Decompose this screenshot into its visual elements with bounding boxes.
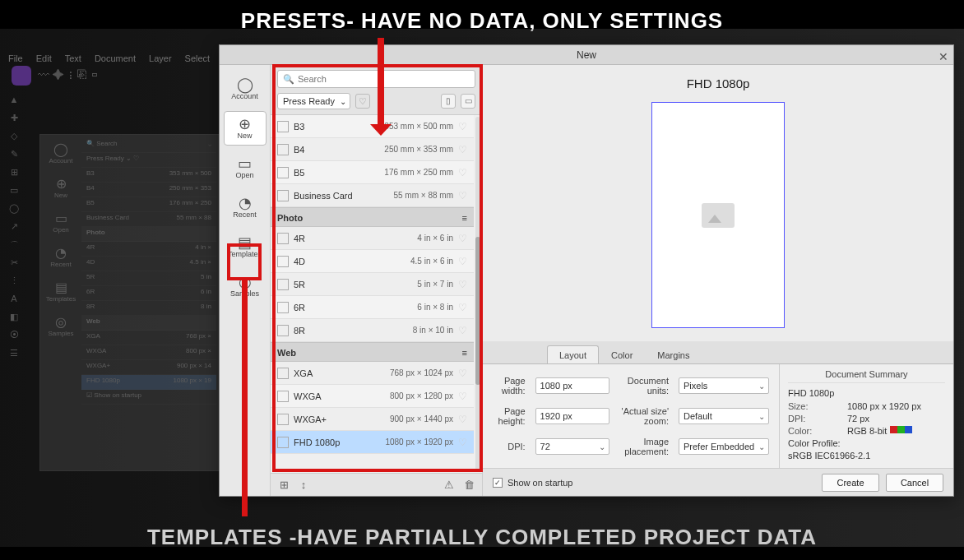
preset-row[interactable]: Business Card55 mm × 88 mm♡ (271, 184, 474, 207)
sort-preset-icon[interactable]: ↕ (297, 479, 310, 492)
menu-edit[interactable]: Edit (36, 53, 52, 68)
bg-sidenav-recent: ◔Recent (44, 242, 78, 276)
tool-icon[interactable]: ⊞ (8, 167, 20, 178)
menu-icon[interactable]: ≡ (462, 208, 467, 226)
page-width-label: Page width: (493, 376, 526, 396)
create-button[interactable]: Create (822, 474, 879, 492)
page-icon (277, 256, 289, 267)
zoom-select[interactable]: Default (679, 408, 769, 424)
page-icon (277, 167, 289, 178)
tool-icon[interactable]: ◯ (8, 203, 20, 215)
menu-select[interactable]: Select (185, 53, 211, 68)
summary-dpi-key: DPI: (788, 414, 847, 423)
menu-document[interactable]: Document (95, 53, 136, 68)
sidenav-account[interactable]: ◯Account (224, 72, 266, 106)
tool-icon[interactable]: ✂ (8, 257, 20, 269)
preset-row[interactable]: FHD 1080p1080 px × 1920 px♡ (271, 431, 474, 454)
view-page-icon[interactable]: ▯ (441, 94, 456, 109)
heart-icon[interactable]: ♡ (458, 368, 467, 379)
tool-icon[interactable]: ▭ (8, 185, 20, 197)
tool-icon[interactable]: ⦿ (8, 330, 20, 341)
zoom-label: 'Actual size' zoom: (619, 406, 669, 426)
tool-icon[interactable]: ✚ (8, 113, 20, 124)
tool-icon[interactable]: ☰ (8, 348, 20, 359)
menu-text[interactable]: Text (65, 53, 81, 68)
add-preset-icon[interactable]: ⊞ (277, 479, 290, 492)
menu-layer[interactable]: Layer (149, 53, 172, 68)
show-on-startup-checkbox[interactable]: ✓ (493, 478, 503, 488)
heart-icon[interactable]: ♡ (458, 437, 467, 448)
doc-units-select[interactable]: Pixels (679, 377, 769, 394)
heart-icon[interactable]: ♡ (458, 144, 467, 155)
bg-sidenav-samples: ◎Samples (44, 311, 78, 345)
new-icon: ⊕ (239, 117, 251, 132)
dpi-select[interactable]: 72 (535, 438, 609, 455)
heart-icon[interactable]: ♡ (458, 256, 467, 267)
page-height-label: Page height: (493, 406, 526, 426)
tool-icon[interactable]: A (8, 294, 20, 305)
preset-group-header[interactable]: Photo≡ (271, 207, 474, 227)
tool-icon[interactable]: ✎ (8, 149, 20, 160)
bg-sidenav-account: ◯Account (44, 138, 78, 173)
preset-row[interactable]: 4D4.5 in × 6 in♡ (271, 250, 474, 273)
preset-group-header[interactable]: Web≡ (271, 342, 474, 362)
heart-icon[interactable]: ♡ (458, 190, 467, 201)
recent-icon: ◔ (239, 196, 252, 211)
heart-icon[interactable]: ♡ (458, 233, 467, 244)
view-spread-icon[interactable]: ▭ (461, 94, 475, 109)
background-new-dialog: ◯Account⊕New▭Open◔Recent▤Templates◎Sampl… (39, 134, 220, 471)
page-icon (277, 325, 289, 336)
delete-preset-icon[interactable]: 🗑 (462, 479, 475, 492)
heart-icon[interactable]: ♡ (458, 302, 467, 313)
warn-preset-icon[interactable]: ⚠ (443, 479, 456, 492)
heart-icon[interactable]: ♡ (458, 279, 467, 290)
tab-layout[interactable]: Layout (547, 345, 599, 363)
img-place-select[interactable]: Prefer Embedded (679, 438, 769, 455)
preset-row[interactable]: 6R6 in × 8 in♡ (271, 296, 474, 319)
menu-icon[interactable]: ≡ (462, 343, 467, 361)
sidenav-recent[interactable]: ◔Recent (224, 190, 266, 224)
preset-row[interactable]: WXGA800 px × 1280 px♡ (271, 385, 474, 408)
search-input-wrapper[interactable]: 🔍 (277, 70, 475, 88)
heart-icon[interactable]: ♡ (458, 325, 467, 336)
heart-icon[interactable]: ♡ (458, 167, 467, 178)
bg-sidenav-open: ▭Open (44, 207, 78, 242)
sidenav-new[interactable]: ⊕New (224, 111, 266, 146)
tab-margins[interactable]: Margins (645, 345, 702, 363)
page-height-input[interactable]: 1920 px (535, 408, 609, 424)
page-width-input[interactable]: 1080 px (535, 377, 609, 394)
preset-row[interactable]: WXGA+900 px × 1440 px♡ (271, 408, 474, 431)
preset-scrollbar-thumb[interactable] (475, 237, 480, 385)
preset-row[interactable]: B5176 mm × 250 mm♡ (271, 161, 474, 184)
cancel-button[interactable]: Cancel (886, 474, 943, 492)
heart-icon[interactable]: ♡ (458, 121, 467, 132)
tool-icon[interactable]: ⋮ (8, 275, 20, 287)
tool-icon[interactable]: ↗ (8, 221, 20, 233)
tool-icon[interactable]: ◇ (8, 131, 20, 142)
tool-icon[interactable]: ▲ (8, 95, 20, 106)
page-icon (277, 190, 289, 201)
tool-icon[interactable]: ⌒ (8, 239, 20, 251)
bg-toolbar: 〰 ✦ ⋮ ⎘ ▭ (38, 68, 97, 81)
summary-dpi-val: 72 px (847, 414, 869, 423)
dialog-title: New (577, 49, 596, 61)
preset-row[interactable]: 4R4 in × 6 in♡ (271, 227, 474, 250)
dialog-titlebar: New ✕ (220, 45, 953, 65)
preset-row[interactable]: 8R8 in × 10 in♡ (271, 319, 474, 342)
category-dropdown[interactable]: Press Ready (277, 93, 350, 109)
sidenav-templates[interactable]: ▤Templates (224, 229, 266, 264)
tab-color[interactable]: Color (599, 345, 645, 363)
document-summary: Document Summary FHD 1080p Size:1080 px … (779, 364, 953, 468)
app-logo-icon (12, 66, 31, 86)
preset-row[interactable]: 5R5 in × 7 in♡ (271, 273, 474, 296)
img-place-label: Image placement: (619, 437, 669, 456)
preset-row[interactable]: XGA768 px × 1024 px♡ (271, 362, 474, 385)
preset-row[interactable]: B4250 mm × 353 mm♡ (271, 138, 474, 161)
favorite-filter-icon[interactable]: ♡ (355, 94, 370, 109)
page-icon (277, 437, 289, 448)
heart-icon[interactable]: ♡ (458, 391, 467, 402)
sidenav-open[interactable]: ▭Open (224, 150, 266, 185)
close-icon[interactable]: ✕ (939, 47, 948, 67)
heart-icon[interactable]: ♡ (458, 414, 467, 425)
tool-icon[interactable]: ◧ (8, 312, 20, 323)
